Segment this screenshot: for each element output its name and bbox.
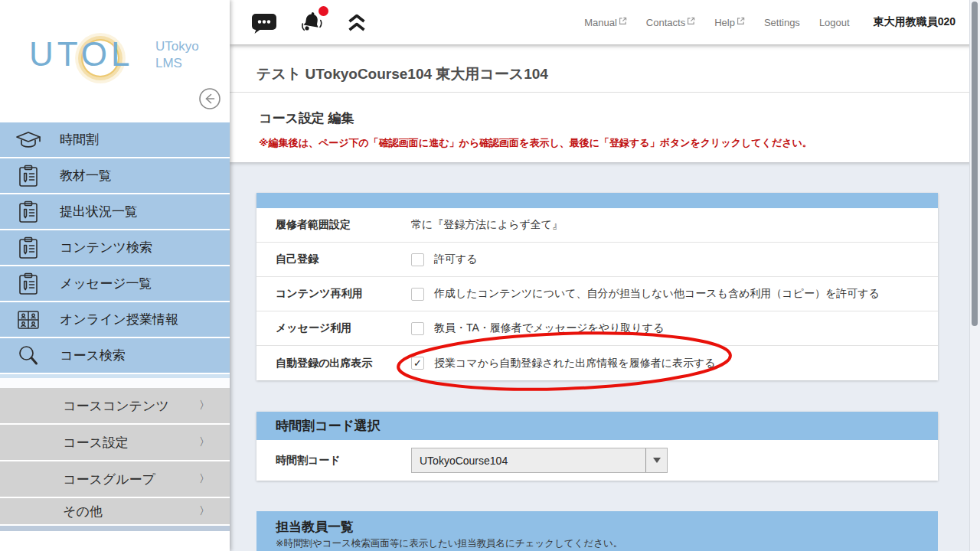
search-icon — [14, 344, 43, 367]
sidebar-item-materials[interactable]: 教材一覧 — [0, 158, 230, 194]
clipboard-icon — [14, 272, 43, 295]
chevron-right-icon: 〉 — [199, 435, 210, 449]
course-settings-table: 履修者範囲設定 常に『登録方法によらず全て』 自己登録 許可する コンテンツ再利… — [256, 193, 938, 380]
user-name: 東大用教職員020 — [874, 15, 956, 29]
utokyo-lms-logo-text: UTokyo LMS — [155, 38, 199, 72]
chevron-right-icon: 〉 — [199, 399, 210, 412]
settings-link[interactable]: Settings — [764, 17, 800, 28]
sidebar-item-label: 教材一覧 — [60, 167, 112, 184]
sidebar-item-others[interactable]: その他 〉 — [0, 498, 230, 526]
table-row: 履修者範囲設定 常に『登録方法によらず全て』 — [256, 208, 938, 243]
message-icon[interactable] — [251, 11, 277, 34]
checkbox-self-registration[interactable] — [411, 253, 424, 266]
page-header: テスト UTokyoCourse104 東大用コース104 コース設定 編集 ※… — [230, 44, 980, 162]
row-value: 許可する — [434, 253, 478, 266]
graduation-cap-icon — [14, 129, 43, 151]
checkbox-message-use[interactable] — [411, 322, 424, 335]
table-header-bar — [256, 193, 938, 208]
timetable-code-select[interactable]: UTokyoCourse104 — [411, 448, 668, 473]
help-link[interactable]: Help — [714, 17, 745, 28]
chevron-right-icon: 〉 — [199, 472, 210, 486]
section-header: 時間割コード選択 — [256, 412, 938, 440]
clipboard-icon — [14, 236, 43, 259]
topbar-links: Manual Contacts Help Settings — [584, 0, 956, 44]
bell-icon[interactable] — [297, 9, 326, 35]
manual-link-label: Manual — [584, 17, 617, 28]
row-label: 履修者範囲設定 — [256, 218, 411, 232]
collapse-sidebar-button[interactable] — [198, 87, 221, 110]
collapse-up-icon[interactable] — [346, 12, 368, 32]
vertical-scrollbar-track[interactable] — [969, 0, 980, 551]
table-row: 自己登録 許可する — [256, 243, 938, 277]
sidebar-item-label: コンテンツ検索 — [60, 239, 152, 256]
sidebar-item-label: コース検索 — [60, 347, 126, 364]
sidebar: UTOL UTokyo LMS 時間割 — [0, 0, 230, 551]
checkbox-content-reuse[interactable] — [411, 288, 424, 301]
course-title: テスト UTokyoCourse104 東大用コース104 — [256, 64, 548, 84]
sidebar-item-online-class[interactable]: オンライン授業情報 — [0, 302, 230, 338]
row-label: 自動登録の出席表示 — [256, 357, 411, 370]
online-class-icon — [14, 309, 43, 331]
logout-link-label: Logout — [819, 17, 850, 28]
sidebar-item-content-search[interactable]: コンテンツ検索 — [0, 230, 230, 266]
sidebar-item-label: オンライン授業情報 — [60, 311, 178, 328]
row-label: メッセージ利用 — [256, 321, 411, 335]
sidebar-next-item-sliver — [0, 526, 230, 531]
utol-logo: UTOL — [29, 35, 134, 73]
chevron-right-icon: 〉 — [199, 504, 210, 518]
contacts-link-label: Contacts — [646, 17, 685, 28]
external-link-icon — [737, 17, 745, 25]
section-title: コース設定 編集 — [259, 109, 354, 127]
row-label: 時間割コード — [256, 454, 411, 468]
sidebar-divider — [0, 378, 230, 388]
table-row: コンテンツ再利用 作成したコンテンツについて、自分が担当しない他コースも含め利用… — [256, 277, 938, 311]
sidebar-item-timetable[interactable]: 時間割 — [0, 122, 230, 158]
row-value: 教員・TA・履修者でメッセージをやり取りする — [434, 321, 664, 335]
contacts-link[interactable]: Contacts — [646, 17, 695, 28]
sidebar-item-submissions[interactable]: 提出状況一覧 — [0, 194, 230, 230]
checkbox-auto-attendance-checked[interactable]: ✓ — [411, 357, 424, 370]
timetable-code-section: 時間割コード選択 時間割コード UTokyoCourse104 — [256, 412, 938, 481]
sidebar-subitem-label: その他 — [63, 503, 103, 520]
topbar: Manual Contacts Help Settings — [230, 0, 980, 44]
row-value: 授業コマから自動登録された出席情報を履修者に表示する — [434, 357, 716, 370]
vertical-scrollbar-thumb[interactable] — [972, 2, 978, 326]
row-value: 常に『登録方法によらず全て』 — [411, 218, 563, 232]
notification-badge — [318, 6, 328, 16]
row-label: コンテンツ再利用 — [256, 287, 411, 301]
sidebar-item-course-search[interactable]: コース検索 — [0, 338, 230, 374]
edit-warning-note: ※編集後は、ページ下の「確認画面に進む」から確認画面を表示し、最後に「登録する」… — [259, 136, 812, 150]
row-value: 作成したコンテンツについて、自分が担当しない他コースも含め利用（コピー）を許可す… — [434, 287, 880, 301]
logo-sub-line1: UTokyo — [155, 38, 199, 55]
logo-area: UTOL UTokyo LMS — [0, 0, 230, 122]
sidebar-subitem-label: コース設定 — [63, 434, 129, 452]
table-row: 自動登録の出席表示 ✓ 授業コマから自動登録された出席情報を履修者に表示する — [256, 346, 938, 380]
help-link-label: Help — [714, 17, 735, 28]
main-area: Manual Contacts Help Settings — [230, 0, 980, 551]
clipboard-icon — [14, 165, 43, 187]
teachers-section: 担当教員一覧 ※時間割やコース検索画面等に表示したい担当教員名にチェックしてくだ… — [256, 511, 938, 551]
divider — [230, 92, 980, 93]
settings-link-label: Settings — [764, 17, 800, 28]
external-link-icon — [687, 17, 695, 25]
back-arrow-icon — [198, 87, 221, 110]
table-row: メッセージ利用 教員・TA・履修者でメッセージをやり取りする — [256, 311, 938, 346]
sidebar-item-messages[interactable]: メッセージ一覧 — [0, 266, 230, 302]
manual-link[interactable]: Manual — [584, 17, 627, 28]
sidebar-item-label: 提出状況一覧 — [60, 203, 138, 220]
sidebar-item-course-group[interactable]: コースグループ 〉 — [0, 461, 230, 498]
topbar-icon-cluster — [251, 0, 368, 44]
chevron-down-icon[interactable] — [645, 448, 667, 472]
row-label: 自己登録 — [256, 253, 411, 266]
select-value: UTokyoCourse104 — [412, 455, 508, 467]
sidebar-item-course-settings[interactable]: コース設定 〉 — [0, 425, 230, 461]
sidebar-subitem-label: コースコンテンツ — [63, 397, 169, 415]
sidebar-item-course-contents[interactable]: コースコンテンツ 〉 — [0, 388, 230, 425]
clipboard-icon — [14, 201, 43, 223]
logout-link[interactable]: Logout — [819, 17, 850, 28]
sidebar-subitem-label: コースグループ — [63, 471, 155, 488]
section-header: 担当教員一覧 — [276, 511, 938, 536]
external-link-icon — [619, 17, 627, 25]
teachers-note: ※時間割やコース検索画面等に表示したい担当教員名にチェックしてください。 — [276, 537, 938, 550]
sidebar-item-label: メッセージ一覧 — [60, 275, 152, 292]
